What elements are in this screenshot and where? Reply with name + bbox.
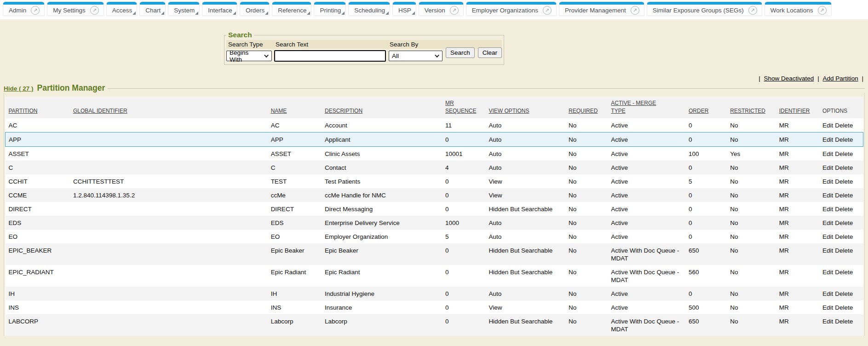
- nav-tab-similar-exposure-groups-segs[interactable]: Similar Exposure Groups (SEGs)↗: [647, 2, 762, 16]
- edit-link[interactable]: Edit: [822, 164, 833, 171]
- nav-tab-version[interactable]: Version↗: [419, 2, 464, 16]
- sort-link-active-merge-type[interactable]: ACTIVE - MERGE TYPE: [611, 100, 656, 114]
- nav-tab-access[interactable]: Access: [106, 2, 138, 16]
- nav-tab-orders[interactable]: Orders: [240, 2, 270, 16]
- edit-link[interactable]: Edit: [822, 136, 833, 143]
- cell-view-options: Hidden But Searchable: [485, 314, 565, 336]
- sort-link-order[interactable]: ORDER: [689, 108, 708, 114]
- nav-tab-work-locations[interactable]: Work Locations↗: [765, 2, 832, 16]
- cell-name: APP: [268, 133, 322, 147]
- table-row-c[interactable]: CCContact4AutoNoActive0NoMREditDelete: [6, 161, 863, 174]
- search-text-label: Search Text: [274, 40, 388, 49]
- cell-identifier: MR: [776, 216, 819, 230]
- edit-link[interactable]: Edit: [822, 318, 833, 325]
- table-row-app[interactable]: APPAPPApplicant0AutoNoActive0NoMREditDel…: [6, 133, 863, 147]
- nav-tab-reference[interactable]: Reference: [272, 2, 311, 16]
- nav-tab-my-settings[interactable]: My Settings↗: [47, 2, 104, 16]
- edit-link[interactable]: Edit: [822, 269, 833, 276]
- table-row-direct[interactable]: DIRECTDIRECTDirect Messaging0Hidden But …: [6, 202, 863, 216]
- external-link-icon[interactable]: ↗: [543, 6, 552, 15]
- delete-link[interactable]: Delete: [835, 318, 853, 325]
- nav-tab-scheduling[interactable]: Scheduling: [348, 2, 390, 16]
- sort-link-restricted[interactable]: RESTRICTED: [730, 108, 765, 114]
- external-link-icon[interactable]: ↗: [31, 6, 40, 15]
- dropdown-corner-icon: [385, 12, 389, 15]
- edit-link[interactable]: Edit: [822, 304, 833, 311]
- sort-link-partition[interactable]: PARTITION: [9, 108, 38, 114]
- delete-link[interactable]: Delete: [835, 164, 853, 171]
- edit-link[interactable]: Edit: [822, 192, 833, 199]
- sort-link-description[interactable]: DESCRIPTION: [325, 108, 362, 114]
- show-deactivated-link[interactable]: Show Deactivated: [764, 75, 814, 82]
- nav-tab-label: Similar Exposure Groups (SEGs): [653, 7, 744, 14]
- edit-link[interactable]: Edit: [822, 247, 833, 254]
- nav-tab-interface[interactable]: Interface: [202, 2, 237, 16]
- table-row-ccme[interactable]: CCME1.2.840.114398.1.35.2ccMeccMe Handle…: [6, 188, 863, 202]
- delete-link[interactable]: Delete: [835, 206, 853, 213]
- cell-required: No: [565, 216, 608, 230]
- table-row-ins[interactable]: INSINSInsurance0ViewNoActive500NoMREditD…: [6, 300, 863, 314]
- nav-tab-chart[interactable]: Chart: [139, 2, 166, 16]
- cell-active-merge-type: Active: [608, 287, 685, 300]
- nav-tab-admin[interactable]: Admin↗: [3, 2, 45, 16]
- external-link-icon[interactable]: ↗: [90, 6, 99, 15]
- nav-tab-provider-management[interactable]: Provider Management↗: [559, 2, 644, 16]
- external-link-icon[interactable]: ↗: [818, 6, 827, 15]
- external-link-icon[interactable]: ↗: [631, 6, 639, 15]
- table-row-eo[interactable]: EOEOEmployer Organization5AutoNoActive0N…: [6, 230, 863, 243]
- delete-link[interactable]: Delete: [835, 304, 853, 311]
- delete-link[interactable]: Delete: [835, 233, 853, 240]
- nav-tab-employer-organizations[interactable]: Employer Organizations↗: [466, 2, 557, 16]
- cell-active-merge-type: Active: [608, 216, 685, 230]
- edit-link[interactable]: Edit: [822, 150, 833, 157]
- cell-active-merge-type: Active: [608, 230, 685, 243]
- delete-link[interactable]: Delete: [835, 192, 853, 199]
- delete-link[interactable]: Delete: [835, 136, 853, 143]
- external-link-icon[interactable]: ↗: [748, 6, 757, 15]
- edit-link[interactable]: Edit: [822, 178, 833, 185]
- hide-section-link[interactable]: Hide ( 27 ): [4, 85, 34, 92]
- table-row-eds[interactable]: EDSEDSEnterprise Delivery Service1000Aut…: [6, 216, 863, 230]
- sort-link-required[interactable]: REQUIRED: [569, 108, 598, 114]
- sort-link-view-options[interactable]: VIEW OPTIONS: [489, 108, 529, 114]
- cell-order: 650: [685, 243, 727, 265]
- cell-options: EditDelete: [819, 147, 863, 161]
- cell-order: 560: [685, 265, 727, 287]
- edit-link[interactable]: Edit: [822, 122, 833, 129]
- edit-link[interactable]: Edit: [822, 219, 833, 226]
- delete-link[interactable]: Delete: [835, 150, 853, 157]
- delete-link[interactable]: Delete: [835, 290, 853, 297]
- table-row-epic-radiant[interactable]: EPIC_RADIANTEpic RadiantEpic Radiant0Hid…: [6, 265, 863, 287]
- delete-link[interactable]: Delete: [835, 247, 853, 254]
- table-row-asset[interactable]: ASSETASSETClinic Assets10001AutoNoActive…: [6, 147, 863, 161]
- sort-link-global-identifier[interactable]: GLOBAL IDENTIFIER: [73, 108, 127, 114]
- delete-link[interactable]: Delete: [835, 219, 853, 226]
- nav-tab-hsp[interactable]: HSP: [392, 2, 416, 16]
- column-header-order: ORDER: [685, 97, 727, 118]
- edit-link[interactable]: Edit: [822, 290, 833, 297]
- external-link-icon[interactable]: ↗: [450, 6, 459, 15]
- table-row-ih[interactable]: IHIHIndustrial Hygiene0AutoNoActive0NoMR…: [6, 287, 863, 300]
- nav-tab-system[interactable]: System: [168, 2, 200, 16]
- sort-link-identifier[interactable]: IDENTIFIER: [779, 108, 810, 114]
- search-by-select[interactable]: All: [389, 51, 443, 61]
- edit-link[interactable]: Edit: [822, 233, 833, 240]
- table-row-labcorp[interactable]: LABCORPLabcorpLabcorp0Hidden But Searcha…: [6, 314, 863, 336]
- search-text-input[interactable]: [274, 50, 386, 62]
- table-row-ac[interactable]: ACACAccount11AutoNoActive0NoMREditDelete: [6, 118, 863, 133]
- cell-identifier: MR: [776, 174, 819, 188]
- clear-button[interactable]: Clear: [478, 47, 502, 58]
- sort-link-mr-sequence[interactable]: MR SEQUENCE: [445, 100, 476, 114]
- delete-link[interactable]: Delete: [835, 269, 853, 276]
- edit-link[interactable]: Edit: [822, 206, 833, 213]
- delete-link[interactable]: Delete: [835, 178, 853, 185]
- search-button[interactable]: Search: [446, 47, 475, 58]
- sort-link-name[interactable]: NAME: [271, 108, 287, 114]
- add-partition-link[interactable]: Add Partition: [822, 75, 858, 82]
- table-row-epic-beaker[interactable]: EPIC_BEAKEREpic BeakerEpic Beaker0Hidden…: [6, 243, 863, 265]
- search-type-select[interactable]: Begins With: [226, 51, 272, 61]
- cell-order: 0: [685, 133, 727, 147]
- nav-tab-printing[interactable]: Printing: [314, 2, 346, 16]
- table-row-cchit[interactable]: CCHITCCHITTESTTESTTESTTest Patients0View…: [6, 174, 863, 188]
- delete-link[interactable]: Delete: [835, 122, 853, 129]
